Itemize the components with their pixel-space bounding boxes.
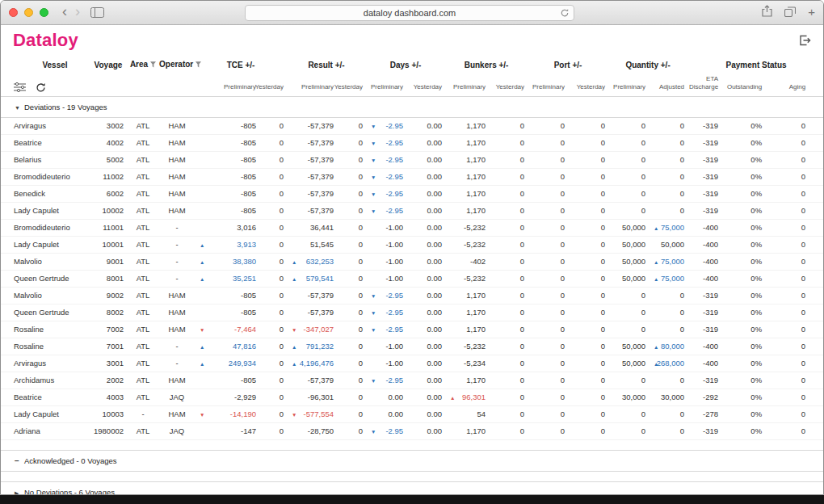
value-cell: 0	[489, 219, 528, 236]
value-cell: 9002	[90, 287, 127, 304]
value-cell: 0	[489, 304, 528, 321]
value-cell: -57,379	[287, 185, 337, 202]
value-cell: 0	[528, 388, 568, 405]
table-row[interactable]: Bromodideuterio11001ATL-3,016036,4410-1.…	[1, 219, 824, 236]
section-toggle-icon[interactable]: ▼	[15, 105, 24, 111]
up-arrow-icon: ▲	[292, 275, 296, 281]
logout-icon[interactable]	[798, 34, 811, 47]
value-cell: 0.00	[406, 253, 445, 270]
down-arrow-icon: ▼	[371, 208, 376, 213]
column-settings-icon[interactable]	[14, 82, 26, 92]
value-cell: 11001	[90, 219, 127, 236]
operator-cell: HAM	[159, 321, 195, 338]
value-cell: 0%	[721, 304, 765, 321]
value-cell: 0	[765, 338, 824, 355]
table-row[interactable]: Beatrice4002ATLHAM-8050-57,3790▼-2.950.0…	[1, 134, 824, 151]
table-row[interactable]: Arviragus3001ATL-▲249,9340▲4,196,4760-1.…	[1, 355, 824, 372]
value-cell: 0.00	[406, 202, 445, 219]
area-cell: ATL	[127, 287, 159, 304]
section-header-deviations[interactable]: ▼Deviations - 19 Voyages	[1, 96, 824, 117]
back-button[interactable]: ‹	[58, 4, 71, 19]
value-cell: 0	[765, 355, 824, 372]
tabs-overview-icon[interactable]	[784, 6, 796, 20]
value-cell: 0	[765, 270, 824, 287]
value-cell: 1,170	[445, 117, 489, 134]
up-arrow-icon: ▲	[654, 225, 658, 230]
value-cell: -5,234	[445, 355, 489, 372]
down-arrow-icon: ▼	[371, 326, 376, 332]
table-row[interactable]: Malvolio9001ATL-▲38,3800▲632,2530-1.000.…	[1, 253, 824, 270]
value-cell: ▲4,196,476	[287, 355, 337, 372]
table-row[interactable]: Adriana1980002ATLJAQ-1470-28,7500▼-2.950…	[1, 422, 824, 439]
value-cell: 0	[528, 304, 568, 321]
value-cell: 1,170	[445, 168, 489, 185]
new-tab-icon[interactable]: +	[808, 6, 815, 18]
value-cell: -57,379	[287, 151, 337, 168]
filter-icon[interactable]	[150, 61, 156, 69]
table-row[interactable]: Rosaline7002ATLHAM▼-7,4640▼-347,0270▼-2.…	[1, 321, 824, 338]
filter-icon[interactable]	[195, 61, 201, 69]
address-bar[interactable]: dataloy dashboard.com	[245, 5, 574, 21]
table-row[interactable]: Benedick6002ATLHAM-8050-57,3790▼-2.950.0…	[1, 185, 824, 202]
value-cell: 0	[765, 253, 824, 270]
up-arrow-icon: ▲	[654, 275, 658, 281]
section-toggle-icon[interactable]: ▶	[15, 490, 24, 496]
up-arrow-icon: ▲	[292, 343, 296, 349]
table-row[interactable]: Lady Capulet10002ATLHAM-8050-57,3790▼-2.…	[1, 202, 824, 219]
area-cell: ATL	[127, 202, 159, 219]
subheader-outstanding: Outstanding	[721, 74, 765, 96]
value-cell: 0	[337, 253, 366, 270]
value-cell: 0	[765, 202, 824, 219]
section-header-no-deviations[interactable]: ▶No Deviations - 6 Voyages	[1, 481, 824, 495]
value-cell: 0%	[721, 236, 765, 253]
sidebar-toggle-icon[interactable]	[90, 7, 104, 18]
value-cell: 0.00	[406, 134, 445, 151]
table-row[interactable]: Lady Capulet10001ATL-▲3,913051,5450-1.00…	[1, 236, 824, 253]
up-arrow-icon: ▲	[654, 360, 658, 366]
minimize-window-button[interactable]	[24, 8, 33, 17]
table-row[interactable]: Malvolio9002ATLHAM-8050-57,3790▼-2.950.0…	[1, 287, 824, 304]
operator-cell: HAM	[159, 405, 195, 422]
section-toggle-icon[interactable]: −	[15, 456, 24, 465]
subheader-yesterday: Yesterday	[568, 74, 608, 96]
value-cell: -400	[687, 338, 721, 355]
value-cell: ▲80,000	[649, 338, 687, 355]
reload-icon[interactable]	[560, 8, 570, 18]
table-row[interactable]: Beatrice4003ATLJAQ-2,9290-96,30100.000.0…	[1, 388, 824, 405]
value-cell: ▲47,816	[195, 338, 259, 355]
forward-button[interactable]: ›	[71, 4, 84, 19]
table-row[interactable]: Archidamus2002ATLHAM-8050-57,3790▼-2.950…	[1, 372, 824, 388]
table-row[interactable]: Bromodideuterio11002ATLHAM-8050-57,3790▼…	[1, 168, 824, 185]
operator-cell: HAM	[159, 372, 195, 388]
down-arrow-icon: ▼	[371, 123, 376, 128]
table-row[interactable]: Arviragus3002ATLHAM-8050-57,3790▼-2.950.…	[1, 117, 824, 134]
value-cell: 30,000	[649, 388, 687, 405]
operator-cell: JAQ	[159, 388, 195, 405]
table-row[interactable]: Rosaline7001ATL-▲47,8160▲791,2320-1.000.…	[1, 338, 824, 355]
table-row[interactable]: Queen Gertrude8001ATL-▲35,2510▲579,5410-…	[1, 270, 824, 287]
table-tools	[1, 74, 195, 96]
area-cell: ATL	[127, 219, 159, 236]
value-cell: 0.00	[406, 270, 445, 287]
value-cell: 6002	[90, 185, 127, 202]
value-cell: -1.00	[366, 219, 406, 236]
close-window-button[interactable]	[9, 8, 18, 17]
value-cell: 1,170	[445, 134, 489, 151]
table-row[interactable]: Lady Capulet10003-HAM▼-14,1900▼-577,5540…	[1, 405, 824, 422]
section-spacer	[1, 471, 824, 481]
value-cell: 0	[337, 422, 366, 439]
zoom-window-button[interactable]	[40, 8, 48, 17]
up-arrow-icon: ▲	[450, 394, 455, 400]
value-cell: 0	[489, 405, 528, 422]
down-arrow-icon: ▼	[292, 326, 296, 332]
value-cell: ▼-2.95	[366, 372, 406, 388]
section-header-acknowledged[interactable]: −Acknowledged - 0 Voyages	[1, 450, 824, 471]
share-icon[interactable]	[762, 5, 772, 20]
refresh-icon[interactable]	[36, 82, 46, 93]
value-cell: 2002	[90, 372, 127, 388]
vessel-cell: Benedick	[1, 185, 90, 202]
table-row[interactable]: Belarius5002ATLHAM-8050-57,3790▼-2.950.0…	[1, 151, 824, 168]
operator-cell: HAM	[159, 168, 195, 185]
table-row[interactable]: Queen Gertrude8002ATLHAM-8050-57,3790▼-2…	[1, 304, 824, 321]
value-cell: -96,301	[287, 388, 337, 405]
